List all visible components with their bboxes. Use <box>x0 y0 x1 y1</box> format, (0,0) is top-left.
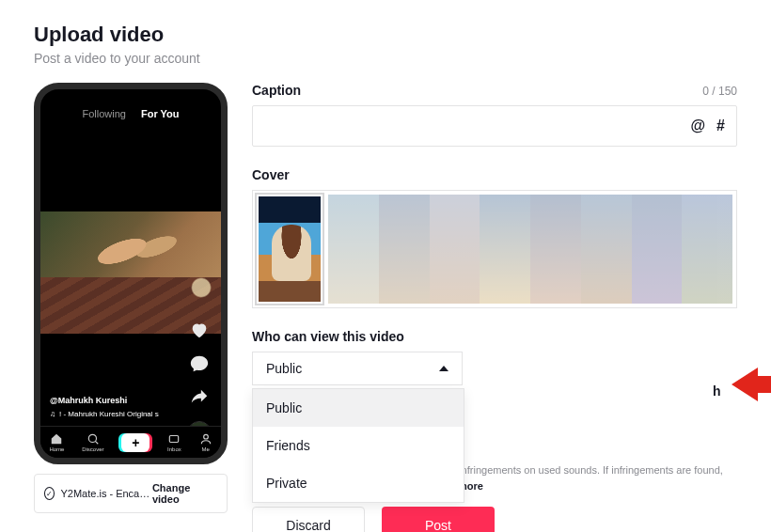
phone-username: @Mahrukh Kureshi <box>50 396 127 405</box>
cover-thumbnail-strip[interactable] <box>328 195 732 304</box>
privacy-option-private[interactable]: Private <box>253 464 464 502</box>
privacy-label: Who can view this video <box>252 329 737 344</box>
nav-inbox[interactable]: Inbox <box>167 432 181 452</box>
share-icon[interactable] <box>189 387 210 408</box>
nav-inbox-label: Inbox <box>167 446 181 452</box>
file-name: Y2Mate.is - Encanto bu... <box>60 488 151 499</box>
phone-tab-following[interactable]: Following <box>82 108 125 119</box>
nav-me[interactable]: Me <box>199 432 212 452</box>
cover-selected-thumb[interactable] <box>257 195 323 304</box>
phone-bottom-nav: Home Discover + Inbox Me <box>40 426 221 458</box>
phone-video-glow <box>191 277 212 298</box>
nav-home[interactable]: Home <box>49 432 64 452</box>
privacy-select[interactable]: Public Public Friends Private <box>252 352 463 385</box>
nav-upload-button[interactable]: + <box>121 433 149 452</box>
caption-counter: 0 / 150 <box>702 85 737 98</box>
svg-rect-1 <box>170 436 179 443</box>
nav-home-label: Home <box>49 446 64 452</box>
caption-label: Caption <box>252 83 301 98</box>
obscured-text-fragment: h <box>713 383 721 399</box>
svg-point-0 <box>88 434 96 442</box>
cover-label: Cover <box>252 167 737 182</box>
privacy-selected-value: Public <box>266 361 302 376</box>
comment-icon[interactable] <box>189 353 210 374</box>
cover-selector[interactable] <box>252 190 737 308</box>
page-title: Upload video <box>34 23 737 47</box>
annotation-arrow-icon <box>732 365 771 404</box>
chevron-up-icon <box>439 366 448 371</box>
music-note-icon: ♫ <box>50 410 55 418</box>
phone-sound-row: ♫ ! - Mahrukh Kureshi Original s <box>50 410 159 418</box>
mention-button[interactable]: @ <box>690 117 705 134</box>
hashtag-button[interactable]: # <box>716 117 725 134</box>
phone-sound-title: ! - Mahrukh Kureshi Original s <box>59 410 159 418</box>
page-header: Upload video Post a video to your accoun… <box>34 23 737 66</box>
change-video-button[interactable]: Change video <box>152 482 217 505</box>
nav-discover-label: Discover <box>82 446 103 452</box>
phone-tab-foryou[interactable]: For You <box>141 108 180 119</box>
like-icon[interactable] <box>189 320 210 340</box>
file-info-row: ✓ Y2Mate.is - Encanto bu... Change video <box>34 474 228 513</box>
privacy-option-friends[interactable]: Friends <box>253 427 464 464</box>
check-circle-icon: ✓ <box>44 487 55 500</box>
svg-point-2 <box>203 434 208 439</box>
plus-icon: + <box>132 436 139 449</box>
page-subtitle: Post a video to your account <box>34 51 737 66</box>
nav-me-label: Me <box>201 446 209 452</box>
post-button[interactable]: Post <box>382 507 495 532</box>
privacy-option-public[interactable]: Public <box>253 389 464 427</box>
caption-input[interactable]: @ # <box>252 105 737 147</box>
phone-preview: Following For You @Mahrukh Kureshi ♫ ! -… <box>34 83 228 464</box>
discard-button[interactable]: Discard <box>252 507 365 532</box>
svg-marker-3 <box>732 368 771 401</box>
nav-discover[interactable]: Discover <box>82 432 103 452</box>
privacy-dropdown: Public Friends Private <box>252 388 464 503</box>
